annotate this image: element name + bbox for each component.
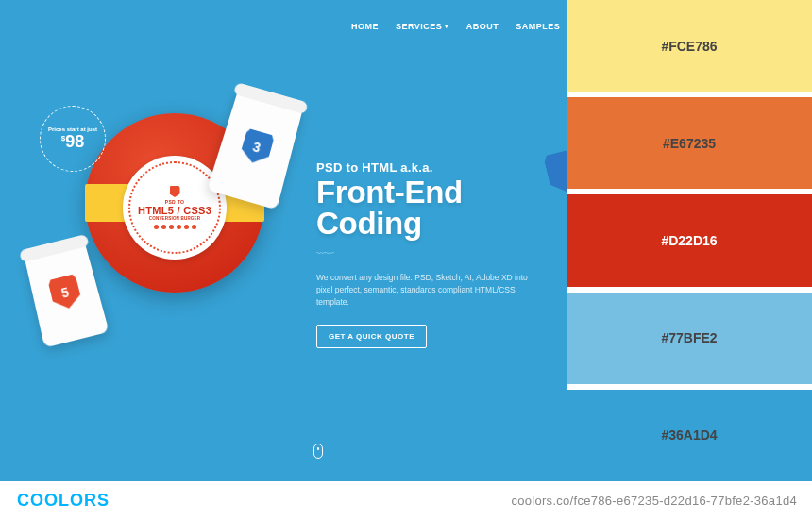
- hero-description: We convert any design file: PSD, Sketch,…: [316, 272, 543, 310]
- scroll-indicator-icon: [313, 444, 323, 459]
- cup-left: 5: [24, 241, 109, 347]
- burger-disc: PSD TO HTML5 / CSS3 CONVERSION BURGER: [123, 156, 227, 260]
- swatch-2[interactable]: #E67235: [567, 97, 812, 189]
- site-nav: HOME SERVICES▾ ABOUT SAMPLES FOR AGENCIE…: [351, 17, 567, 36]
- html5-shield-icon: 5: [48, 274, 83, 311]
- css3-shield-icon: 3: [239, 128, 275, 167]
- color-palette: #FCE786 #E67235 #D22D16 #77BFE2 #36A1D4: [567, 0, 812, 481]
- hero-text: PSD to HTML a.k.a. Front-End Coding 〰〰 W…: [316, 160, 543, 348]
- nav-services[interactable]: SERVICES▾: [396, 17, 449, 36]
- cta-button[interactable]: GET A QUICK QUOTE: [316, 325, 427, 348]
- website-preview: HOME SERVICES▾ ABOUT SAMPLES FOR AGENCIE…: [0, 0, 567, 481]
- wave-divider-icon: 〰〰: [316, 248, 543, 259]
- swatch-1[interactable]: #FCE786: [567, 0, 812, 92]
- price-badge-amount: $98: [61, 132, 84, 152]
- nav-samples[interactable]: SAMPLES: [516, 17, 560, 36]
- swatch-5[interactable]: #36A1D4: [567, 390, 812, 481]
- footer: COOLORS coolors.co/fce786-e67235-d22d16-…: [0, 481, 812, 519]
- palette-url[interactable]: coolors.co/fce786-e67235-d22d16-77bfe2-3…: [511, 494, 797, 508]
- price-badge: Prices start at just $98: [40, 106, 106, 172]
- brand-logo[interactable]: COOLORS: [17, 491, 110, 511]
- hero-headline: Front-End Coding: [316, 176, 543, 239]
- css3-shield-edge-icon: [543, 147, 567, 198]
- nav-home[interactable]: HOME: [351, 17, 379, 36]
- nav-about[interactable]: ABOUT: [466, 17, 499, 36]
- hero-preline: PSD to HTML a.k.a.: [316, 160, 543, 175]
- cup-right: 3: [207, 89, 303, 209]
- chevron-down-icon: ▾: [445, 23, 449, 30]
- swatch-3[interactable]: #D22D16: [567, 194, 812, 286]
- swatch-4[interactable]: #77BFE2: [567, 293, 812, 384]
